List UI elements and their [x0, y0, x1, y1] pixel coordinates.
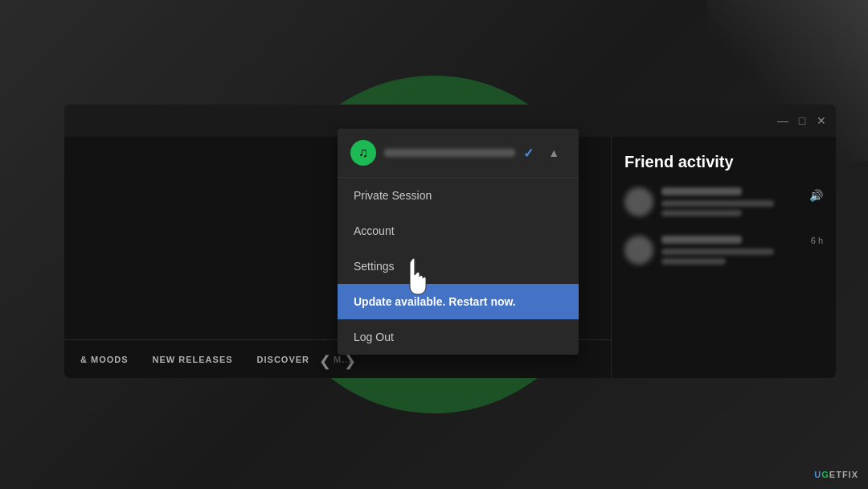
friend-item: 6 h: [624, 236, 823, 268]
friend-name: [661, 236, 742, 244]
nav-item-new-releases[interactable]: NEW RELEASES: [153, 355, 233, 364]
main-content: & MOODS NEW RELEASES DISCOVER M... ❮ ❯ F…: [64, 137, 836, 378]
username-display: [384, 149, 515, 157]
friend-artist: [661, 210, 742, 216]
friend-info: [661, 187, 801, 220]
menu-item-private-session[interactable]: Private Session: [338, 178, 579, 213]
volume-icon: 🔊: [809, 189, 823, 202]
dropdown-menu: ♫ ✓ ▲ Private Session Account Settings U…: [338, 129, 579, 355]
close-button[interactable]: ✕: [817, 116, 826, 125]
friend-info: [661, 236, 823, 268]
friend-item: 🔊: [624, 187, 823, 220]
nav-prev-arrow[interactable]: ❮: [319, 352, 331, 370]
friend-track: [661, 200, 774, 207]
spotify-icon: ♫: [358, 146, 368, 160]
nav-item-discover[interactable]: DISCOVER: [257, 355, 309, 364]
nav-item-moods[interactable]: & MOODS: [80, 355, 129, 364]
friend-avatar: [624, 236, 653, 265]
menu-item-update[interactable]: Update available. Restart now.: [338, 284, 579, 319]
friend-track: [661, 249, 774, 255]
friend-artist: [661, 258, 726, 265]
nav-next-arrow[interactable]: ❯: [344, 352, 356, 370]
spotify-logo: ♫: [350, 140, 376, 166]
maximize-button[interactable]: □: [797, 116, 807, 125]
friend-name: [661, 187, 742, 195]
menu-item-logout[interactable]: Log Out: [338, 319, 579, 355]
watermark: UGETFIX: [814, 470, 858, 479]
dropdown-header: ♫ ✓ ▲: [338, 129, 579, 178]
check-icon: ✓: [523, 146, 534, 161]
friend-activity-title: Friend activity: [624, 153, 823, 171]
menu-item-settings[interactable]: Settings: [338, 249, 579, 284]
app-window: — □ ✕ & MOODS NEW RELEASES DISCOVER M...…: [64, 105, 836, 378]
friend-avatar: [624, 187, 653, 216]
menu-item-account[interactable]: Account: [338, 213, 579, 249]
friend-time: 6 h: [811, 236, 823, 245]
scroll-up-button[interactable]: ▲: [542, 145, 566, 161]
right-panel: Friend activity 🔊 6 h: [611, 137, 836, 378]
minimize-button[interactable]: —: [778, 116, 788, 125]
nav-arrows: ❮ ❯: [319, 352, 356, 370]
